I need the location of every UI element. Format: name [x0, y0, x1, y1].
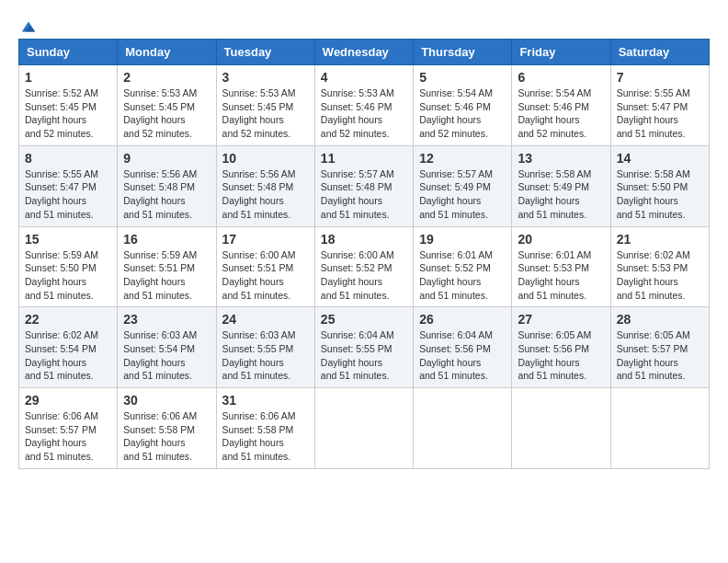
day-info: Sunrise: 5:54 AM Sunset: 5:46 PM Dayligh…: [419, 86, 506, 141]
col-header-monday: Monday: [118, 40, 216, 65]
day-info: Sunrise: 6:00 AM Sunset: 5:52 PM Dayligh…: [321, 248, 407, 303]
day-number: 25: [321, 312, 407, 327]
calendar-day-12: 12 Sunrise: 5:57 AM Sunset: 5:49 PM Dayl…: [414, 145, 512, 226]
day-number: 15: [25, 232, 111, 247]
day-number: 20: [518, 232, 604, 247]
calendar-day-28: 28 Sunrise: 6:05 AM Sunset: 5:57 PM Dayl…: [610, 307, 709, 388]
calendar-day-6: 6 Sunrise: 5:54 AM Sunset: 5:46 PM Dayli…: [512, 65, 610, 146]
calendar-day-17: 17 Sunrise: 6:00 AM Sunset: 5:51 PM Dayl…: [216, 226, 314, 307]
day-number: 3: [222, 70, 309, 85]
day-number: 21: [617, 232, 703, 247]
calendar-day-19: 19 Sunrise: 6:01 AM Sunset: 5:52 PM Dayl…: [414, 226, 512, 307]
calendar-day-31: 31 Sunrise: 6:06 AM Sunset: 5:58 PM Dayl…: [216, 388, 314, 469]
day-number: 23: [123, 312, 210, 327]
calendar-week-3: 15 Sunrise: 5:59 AM Sunset: 5:50 PM Dayl…: [19, 226, 710, 307]
day-info: Sunrise: 5:57 AM Sunset: 5:48 PM Dayligh…: [321, 167, 407, 222]
day-number: 1: [25, 70, 111, 85]
calendar-day-13: 13 Sunrise: 5:58 AM Sunset: 5:49 PM Dayl…: [512, 145, 610, 226]
day-info: Sunrise: 5:56 AM Sunset: 5:48 PM Dayligh…: [222, 167, 309, 222]
empty-cell: [414, 388, 512, 469]
day-number: 7: [617, 70, 703, 85]
calendar-day-21: 21 Sunrise: 6:02 AM Sunset: 5:53 PM Dayl…: [610, 226, 709, 307]
day-info: Sunrise: 5:52 AM Sunset: 5:45 PM Dayligh…: [25, 86, 111, 141]
col-header-thursday: Thursday: [414, 40, 512, 65]
calendar-week-2: 8 Sunrise: 5:55 AM Sunset: 5:47 PM Dayli…: [19, 145, 710, 226]
day-info: Sunrise: 6:04 AM Sunset: 5:56 PM Dayligh…: [419, 328, 506, 383]
day-number: 10: [222, 151, 309, 166]
day-number: 22: [25, 312, 111, 327]
calendar-day-25: 25 Sunrise: 6:04 AM Sunset: 5:55 PM Dayl…: [314, 307, 413, 388]
col-header-friday: Friday: [512, 40, 610, 65]
calendar-day-7: 7 Sunrise: 5:55 AM Sunset: 5:47 PM Dayli…: [610, 65, 709, 146]
day-number: 4: [321, 70, 407, 85]
calendar-day-22: 22 Sunrise: 6:02 AM Sunset: 5:54 PM Dayl…: [19, 307, 118, 388]
day-info: Sunrise: 5:53 AM Sunset: 5:46 PM Dayligh…: [321, 86, 407, 141]
calendar-day-5: 5 Sunrise: 5:54 AM Sunset: 5:46 PM Dayli…: [414, 65, 512, 146]
calendar-day-14: 14 Sunrise: 5:58 AM Sunset: 5:50 PM Dayl…: [610, 145, 709, 226]
calendar-day-2: 2 Sunrise: 5:53 AM Sunset: 5:45 PM Dayli…: [118, 65, 216, 146]
calendar-day-1: 1 Sunrise: 5:52 AM Sunset: 5:45 PM Dayli…: [19, 65, 118, 146]
day-number: 19: [419, 232, 506, 247]
calendar-day-24: 24 Sunrise: 6:03 AM Sunset: 5:55 PM Dayl…: [216, 307, 314, 388]
day-info: Sunrise: 5:56 AM Sunset: 5:48 PM Dayligh…: [123, 167, 210, 222]
calendar-day-26: 26 Sunrise: 6:04 AM Sunset: 5:56 PM Dayl…: [414, 307, 512, 388]
day-info: Sunrise: 6:04 AM Sunset: 5:55 PM Dayligh…: [321, 328, 407, 383]
day-number: 12: [419, 151, 506, 166]
logo: [18, 18, 37, 29]
calendar-day-18: 18 Sunrise: 6:00 AM Sunset: 5:52 PM Dayl…: [314, 226, 413, 307]
day-info: Sunrise: 6:06 AM Sunset: 5:58 PM Dayligh…: [222, 409, 309, 464]
day-number: 2: [123, 70, 210, 85]
day-info: Sunrise: 6:01 AM Sunset: 5:52 PM Dayligh…: [419, 248, 506, 303]
col-header-wednesday: Wednesday: [314, 40, 413, 65]
calendar-day-10: 10 Sunrise: 5:56 AM Sunset: 5:48 PM Dayl…: [216, 145, 314, 226]
day-info: Sunrise: 6:05 AM Sunset: 5:56 PM Dayligh…: [518, 328, 604, 383]
calendar-day-11: 11 Sunrise: 5:57 AM Sunset: 5:48 PM Dayl…: [314, 145, 413, 226]
calendar-day-20: 20 Sunrise: 6:01 AM Sunset: 5:53 PM Dayl…: [512, 226, 610, 307]
day-number: 8: [25, 151, 111, 166]
calendar-day-23: 23 Sunrise: 6:03 AM Sunset: 5:54 PM Dayl…: [118, 307, 216, 388]
day-number: 28: [617, 312, 703, 327]
day-info: Sunrise: 6:03 AM Sunset: 5:55 PM Dayligh…: [222, 328, 309, 383]
empty-cell: [610, 388, 709, 469]
calendar-week-1: 1 Sunrise: 5:52 AM Sunset: 5:45 PM Dayli…: [19, 65, 710, 146]
calendar-day-3: 3 Sunrise: 5:53 AM Sunset: 5:45 PM Dayli…: [216, 65, 314, 146]
day-number: 14: [617, 151, 703, 166]
day-info: Sunrise: 5:55 AM Sunset: 5:47 PM Dayligh…: [617, 86, 703, 141]
col-header-sunday: Sunday: [19, 40, 118, 65]
day-info: Sunrise: 5:53 AM Sunset: 5:45 PM Dayligh…: [222, 86, 309, 141]
day-info: Sunrise: 6:00 AM Sunset: 5:51 PM Dayligh…: [222, 248, 309, 303]
day-number: 29: [25, 393, 111, 408]
day-info: Sunrise: 6:02 AM Sunset: 5:53 PM Dayligh…: [617, 248, 703, 303]
day-info: Sunrise: 6:01 AM Sunset: 5:53 PM Dayligh…: [518, 248, 604, 303]
day-info: Sunrise: 5:58 AM Sunset: 5:49 PM Dayligh…: [518, 167, 604, 222]
day-info: Sunrise: 6:06 AM Sunset: 5:58 PM Dayligh…: [123, 409, 210, 464]
empty-cell: [314, 388, 413, 469]
calendar-day-29: 29 Sunrise: 6:06 AM Sunset: 5:57 PM Dayl…: [19, 388, 118, 469]
calendar-day-4: 4 Sunrise: 5:53 AM Sunset: 5:46 PM Dayli…: [314, 65, 413, 146]
day-info: Sunrise: 5:55 AM Sunset: 5:47 PM Dayligh…: [25, 167, 111, 222]
day-number: 11: [321, 151, 407, 166]
day-info: Sunrise: 5:54 AM Sunset: 5:46 PM Dayligh…: [518, 86, 604, 141]
calendar-day-16: 16 Sunrise: 5:59 AM Sunset: 5:51 PM Dayl…: [118, 226, 216, 307]
calendar-week-4: 22 Sunrise: 6:02 AM Sunset: 5:54 PM Dayl…: [19, 307, 710, 388]
calendar-day-8: 8 Sunrise: 5:55 AM Sunset: 5:47 PM Dayli…: [19, 145, 118, 226]
day-info: Sunrise: 5:58 AM Sunset: 5:50 PM Dayligh…: [617, 167, 703, 222]
col-header-tuesday: Tuesday: [216, 40, 314, 65]
col-header-saturday: Saturday: [610, 40, 709, 65]
empty-cell: [512, 388, 610, 469]
day-number: 24: [222, 312, 309, 327]
logo-icon: [20, 18, 37, 35]
day-number: 13: [518, 151, 604, 166]
day-number: 9: [123, 151, 210, 166]
calendar-week-5: 29 Sunrise: 6:06 AM Sunset: 5:57 PM Dayl…: [19, 388, 710, 469]
calendar-day-27: 27 Sunrise: 6:05 AM Sunset: 5:56 PM Dayl…: [512, 307, 610, 388]
day-number: 16: [123, 232, 210, 247]
calendar-day-9: 9 Sunrise: 5:56 AM Sunset: 5:48 PM Dayli…: [118, 145, 216, 226]
day-number: 6: [518, 70, 604, 85]
day-number: 17: [222, 232, 309, 247]
day-number: 5: [419, 70, 506, 85]
day-info: Sunrise: 5:59 AM Sunset: 5:51 PM Dayligh…: [123, 248, 210, 303]
day-info: Sunrise: 6:02 AM Sunset: 5:54 PM Dayligh…: [25, 328, 111, 383]
calendar-header-row: SundayMondayTuesdayWednesdayThursdayFrid…: [19, 40, 710, 65]
day-info: Sunrise: 6:06 AM Sunset: 5:57 PM Dayligh…: [25, 409, 111, 464]
